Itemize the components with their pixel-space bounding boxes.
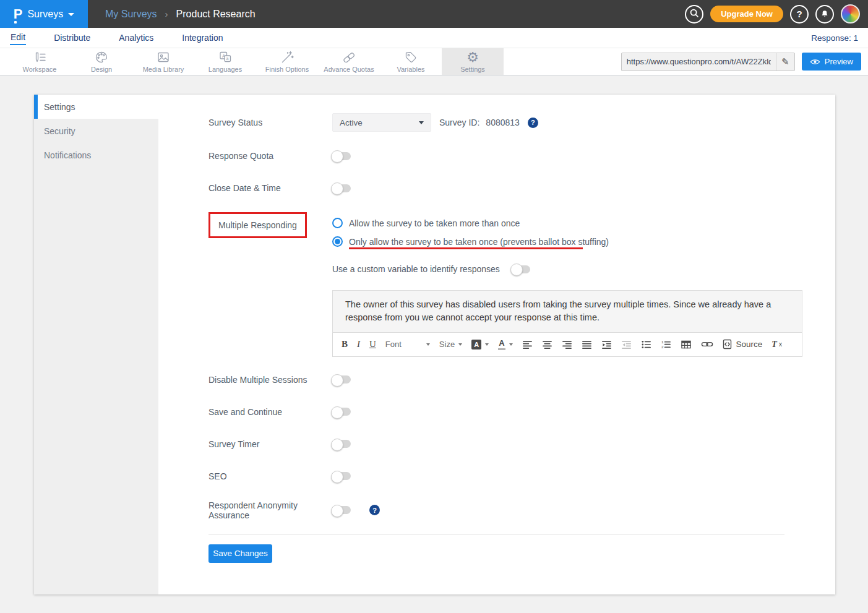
custom-variable-label: Use a custom variable to identify respon… — [332, 264, 500, 274]
bold-button[interactable]: B — [342, 339, 348, 349]
disable-multiple-sessions-label: Disable Multiple Sessions — [208, 375, 332, 385]
survey-status-select[interactable]: Active — [332, 113, 431, 132]
font-dropdown[interactable]: Font — [385, 340, 430, 349]
ribbon-item-variables[interactable]: Variables — [380, 48, 442, 75]
tab-edit[interactable]: Edit — [10, 30, 26, 45]
sidebar-item-notifications[interactable]: Notifications — [34, 143, 158, 167]
survey-subnav: Edit Distribute Analytics Integration Re… — [0, 28, 868, 48]
indent-button[interactable] — [601, 340, 612, 349]
align-right-button[interactable] — [562, 340, 572, 349]
save-and-continue-toggle[interactable] — [332, 408, 351, 416]
custom-variable-toggle[interactable] — [512, 265, 530, 273]
breadcrumb-separator: › — [165, 9, 168, 19]
source-button[interactable]: Source — [723, 339, 763, 349]
size-dropdown[interactable]: Size — [439, 340, 462, 349]
close-date-label: Close Date & Time — [208, 183, 332, 193]
justify-button[interactable] — [582, 340, 592, 349]
seo-toggle[interactable] — [332, 472, 351, 480]
radio-unchecked-icon[interactable] — [332, 218, 343, 228]
link-button[interactable] — [701, 340, 713, 348]
save-and-continue-row: Save and Continue — [208, 404, 835, 420]
breadcrumb: My Surveys › Product Research — [105, 9, 256, 20]
ribbon-item-finish-options[interactable]: Finish Options — [256, 48, 318, 75]
svg-text:2: 2 — [661, 345, 664, 349]
ribbon-item-workspace[interactable]: Workspace — [9, 48, 71, 75]
tab-integration[interactable]: Integration — [181, 31, 223, 45]
question-mark-icon: ? — [796, 9, 802, 19]
disable-multiple-sessions-toggle[interactable] — [332, 375, 351, 384]
response-quota-toggle[interactable] — [332, 152, 351, 160]
help-button[interactable]: ? — [790, 5, 809, 24]
respondent-anonymity-help-icon[interactable]: ? — [369, 505, 380, 515]
upgrade-now-button[interactable]: Upgrade Now — [710, 6, 783, 22]
seo-label: SEO — [208, 471, 332, 481]
response-quota-label: Response Quota — [208, 151, 332, 161]
survey-status-row: Survey Status Active Survey ID: 8080813 … — [208, 113, 835, 132]
palette-icon — [94, 51, 109, 64]
preview-button[interactable]: Preview — [802, 53, 861, 71]
translate-icon: Aa — [218, 51, 233, 64]
workspace-icon — [32, 51, 47, 64]
sidebar-item-settings[interactable]: Settings — [34, 95, 158, 119]
save-and-continue-label: Save and Continue — [208, 407, 332, 417]
survey-status-label: Survey Status — [208, 118, 332, 127]
edit-url-button[interactable]: ✎ — [776, 53, 794, 71]
align-left-button[interactable] — [522, 340, 533, 349]
numbered-list-button[interactable]: 12 — [661, 340, 671, 349]
align-center-button[interactable] — [542, 340, 552, 349]
sidebar-item-security[interactable]: Security — [34, 119, 158, 143]
close-date-toggle[interactable] — [332, 184, 351, 192]
remove-format-button[interactable]: Tx — [771, 340, 782, 349]
annotation-red-underline — [349, 247, 583, 249]
breadcrumb-current-survey: Product Research — [176, 9, 256, 20]
search-button[interactable] — [685, 5, 703, 24]
ribbon-item-media-library[interactable]: Media Library — [132, 48, 194, 75]
bullet-list-button[interactable] — [641, 340, 651, 349]
svg-text:a: a — [226, 56, 229, 61]
multiple-responding-section: Multiple Responding Allow the survey to … — [208, 212, 835, 249]
ribbon-item-advance-quotas[interactable]: Advance Quotas — [318, 48, 380, 75]
radio-option-multiple-allowed[interactable]: Allow the survey to be taken more than o… — [332, 218, 609, 228]
user-avatar[interactable] — [841, 4, 860, 24]
survey-id-help-icon[interactable]: ? — [528, 118, 538, 128]
disable-multiple-sessions-row: Disable Multiple Sessions — [208, 372, 835, 388]
survey-id-label: Survey ID: — [439, 118, 479, 127]
survey-id-value: 8080813 — [486, 118, 520, 127]
ribbon-item-design[interactable]: Design — [71, 48, 132, 75]
italic-button[interactable]: I — [357, 339, 360, 349]
ribbon-item-languages[interactable]: Aa Languages — [194, 48, 256, 75]
tag-icon — [403, 51, 418, 64]
settings-content: Survey Status Active Survey ID: 8080813 … — [158, 95, 835, 594]
response-count[interactable]: Response: 1 — [811, 33, 858, 43]
respondent-anonymity-label: Respondent Anonymity Assurance — [208, 500, 332, 520]
survey-timer-row: Survey Timer — [208, 436, 835, 452]
svg-text:1: 1 — [661, 340, 664, 344]
survey-url-input[interactable] — [622, 53, 776, 71]
tab-distribute[interactable]: Distribute — [53, 31, 91, 45]
ribbon-item-settings[interactable]: ⚙ Settings — [442, 48, 504, 75]
notifications-button[interactable] — [815, 5, 834, 24]
text-color-button[interactable]: A — [498, 339, 512, 349]
tab-analytics[interactable]: Analytics — [118, 31, 154, 45]
close-date-row: Close Date & Time — [208, 180, 835, 196]
table-button[interactable] — [681, 340, 692, 349]
edit-toolbar-ribbon: Workspace Design Media Library Aa Langua… — [0, 48, 868, 75]
product-switcher[interactable]: P Surveys — [0, 0, 88, 28]
respondent-anonymity-toggle[interactable] — [332, 506, 351, 514]
multiple-response-message-editor[interactable]: The owner of this survey has disabled us… — [332, 290, 802, 333]
background-color-button[interactable]: A — [471, 340, 489, 349]
underline-button[interactable]: U — [369, 339, 376, 349]
breadcrumb-my-surveys[interactable]: My Surveys — [105, 9, 157, 20]
chevron-down-icon — [68, 13, 74, 16]
search-icon — [689, 7, 700, 20]
survey-timer-toggle[interactable] — [332, 440, 351, 448]
chevron-down-icon — [419, 121, 424, 124]
outdent-button[interactable] — [621, 340, 632, 349]
radio-checked-icon[interactable] — [332, 236, 343, 247]
radio-option-once-only[interactable]: Only allow the survey to be taken once (… — [332, 236, 609, 247]
chevron-down-icon — [426, 343, 430, 346]
save-changes-button[interactable]: Save Changes — [208, 544, 272, 563]
chevron-down-icon — [458, 343, 462, 346]
image-icon — [156, 51, 171, 64]
seo-row: SEO — [208, 468, 835, 484]
